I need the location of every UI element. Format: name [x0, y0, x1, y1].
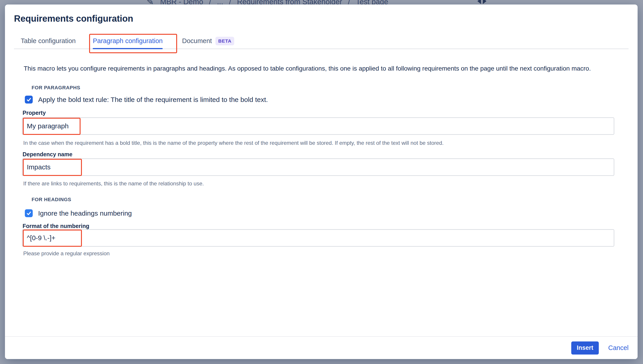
section-heading-for-headings: FOR HEADINGS	[32, 197, 71, 202]
insert-button[interactable]: Insert	[571, 342, 599, 354]
tab-label: Document	[182, 37, 212, 45]
dialog-footer: Insert Cancel	[5, 336, 637, 359]
bold-text-rule-checkbox[interactable]	[25, 96, 33, 104]
ignore-numbering-row: Ignore the headings numbering	[25, 209, 132, 217]
ignore-numbering-checkbox[interactable]	[25, 209, 33, 217]
horizontal-resize-icon	[476, 0, 487, 4]
tab-document[interactable]: Document BETA	[182, 34, 234, 48]
dependency-name-input[interactable]	[22, 158, 614, 176]
ignore-numbering-label[interactable]: Ignore the headings numbering	[38, 210, 132, 217]
beta-badge: BETA	[216, 37, 234, 45]
property-input[interactable]	[22, 117, 614, 135]
macro-description: This macro lets you configure requiremen…	[24, 65, 591, 72]
cancel-button[interactable]: Cancel	[608, 344, 628, 352]
dependency-help-text: If there are links to requirements, this…	[23, 180, 204, 187]
dependency-name-label: Dependency name	[23, 151, 73, 158]
bold-text-rule-row: Apply the bold text rule: The title of t…	[25, 96, 268, 104]
format-numbering-label: Format of the numbering	[23, 223, 89, 229]
tab-bar: Table configuration Paragraph configurat…	[14, 34, 628, 49]
requirements-configuration-dialog: Requirements configuration Table configu…	[5, 4, 637, 359]
property-label: Property	[23, 110, 46, 116]
property-help-text: In the case when the requirement has a b…	[23, 140, 444, 146]
format-help-text: Please provide a regular expression	[23, 250, 110, 257]
bold-text-rule-label[interactable]: Apply the bold text rule: The title of t…	[38, 96, 268, 104]
tab-table-configuration[interactable]: Table configuration	[21, 34, 76, 48]
format-numbering-input[interactable]	[22, 229, 614, 247]
tab-paragraph-configuration[interactable]: Paragraph configuration	[93, 34, 163, 48]
checkmark-icon	[26, 211, 32, 216]
tab-label: Table configuration	[21, 37, 76, 45]
checkmark-icon	[26, 97, 32, 102]
dialog-title: Requirements configuration	[14, 14, 133, 24]
section-heading-for-paragraphs: FOR PARAGRAPHS	[32, 85, 80, 91]
tab-label: Paragraph configuration	[93, 37, 163, 45]
